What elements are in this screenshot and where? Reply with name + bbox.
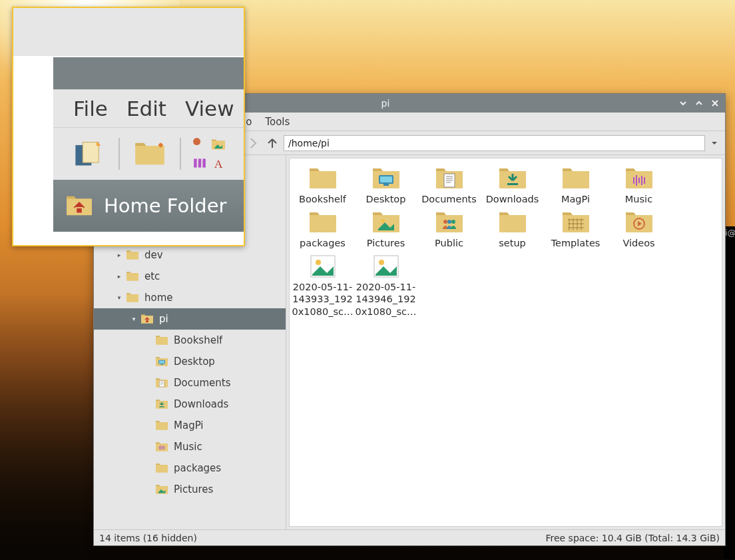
grid-item[interactable]: Music [607, 165, 670, 205]
status-bar: 14 items (16 hidden) Free space: 10.4 Gi… [94, 529, 725, 545]
downloads-icon [496, 165, 529, 192]
tree-row[interactable]: ▾pi [94, 308, 286, 330]
zoom-view-compact-button[interactable] [192, 155, 208, 171]
tree-row-label: Music [174, 441, 202, 453]
address-bar[interactable]: /home/pi [284, 135, 705, 151]
folder-icon [559, 165, 593, 192]
svg-point-43 [193, 138, 200, 145]
zoom-menu-edit[interactable]: Edit [126, 97, 166, 121]
tree-row[interactable]: Downloads [94, 394, 286, 415]
grid-item-label: 2020-05-11-143946_1920x1080_sc… [354, 281, 417, 317]
tree-expander-icon[interactable]: ▾ [114, 294, 124, 301]
tree-row-label: pi [159, 313, 168, 325]
svg-text:A: A [214, 157, 223, 170]
grid-item[interactable]: packages [291, 209, 354, 249]
zoom-new-tab-button[interactable] [69, 135, 108, 173]
tree-row[interactable]: Desktop [94, 351, 286, 372]
tree-row-label: MagPi [174, 420, 204, 431]
folder-icon [124, 291, 140, 304]
downloads-icon [154, 398, 170, 411]
icon-grid: BookshelfDesktopDocumentsDownloadsMagPiM… [291, 164, 720, 320]
tree-row[interactable]: Documents [94, 372, 286, 394]
tree-expander-icon[interactable]: ▸ [114, 273, 124, 280]
new-folder-icon [134, 139, 166, 168]
tree-expander-icon[interactable]: ▸ [114, 252, 124, 258]
grid-icon [192, 137, 207, 152]
tree-row-label: Desktop [174, 356, 215, 368]
grid-item[interactable]: 2020-05-11-143933_1920x1080_sc… [291, 253, 354, 317]
grid-item[interactable]: setup [481, 209, 544, 249]
toolbar-forward-button[interactable] [244, 135, 261, 152]
zoom-view-detail-button[interactable]: A [210, 155, 226, 171]
image-icon [306, 253, 340, 280]
tree-row[interactable]: MagPi [94, 415, 286, 436]
window-close-button[interactable] [709, 97, 721, 109]
pictures-icon [154, 483, 170, 496]
folder-icon [124, 248, 140, 262]
tree-row-label: Downloads [174, 398, 228, 410]
zoom-home-folder-row[interactable]: Home Folder [53, 180, 244, 232]
zoom-view-thumbnails-button[interactable] [210, 137, 226, 152]
toolbar-up-button[interactable] [264, 135, 281, 152]
main-icon-view[interactable]: BookshelfDesktopDocumentsDownloadsMagPiM… [289, 158, 722, 527]
tree-row[interactable]: ▾home [94, 287, 286, 308]
folder-icon [496, 209, 529, 236]
window-minimize-button[interactable] [677, 97, 689, 109]
grid-item-label: Downloads [481, 193, 544, 205]
grid-item-label: Music [607, 193, 670, 205]
grid-item[interactable]: Desktop [354, 165, 417, 205]
tree-row-label: home [144, 292, 173, 304]
tree-row[interactable]: ▸dev [94, 244, 286, 266]
music-icon [622, 165, 656, 192]
tree-row[interactable]: packages [94, 457, 286, 479]
grid-item[interactable]: Downloads [481, 165, 544, 205]
menu-tools[interactable]: Tools [258, 115, 296, 129]
tree-row-label: packages [174, 462, 221, 474]
text-icon: A [211, 156, 226, 170]
grid-item[interactable]: 2020-05-11-143946_1920x1080_sc… [354, 253, 417, 317]
grid-item[interactable]: Videos [607, 209, 670, 249]
tree-row[interactable]: Music [94, 436, 286, 457]
zoom-menu-view[interactable]: View [185, 97, 234, 121]
grid-item-label: Bookshelf [291, 193, 354, 205]
zoom-new-folder-button[interactable] [130, 135, 169, 173]
tree-row[interactable]: ▸etc [94, 266, 286, 287]
zoom-toolbar-separator [119, 138, 120, 170]
zoom-toolbar: A [53, 128, 244, 180]
grid-item[interactable]: MagPi [544, 165, 607, 205]
grid-item-label: Pictures [354, 237, 417, 249]
chevron-down-icon [679, 99, 687, 107]
grid-item[interactable]: Bookshelf [291, 165, 354, 205]
grid-item-label: packages [291, 237, 354, 249]
zoom-menu-file[interactable]: File [73, 97, 108, 121]
pictures-icon [369, 209, 403, 236]
zoom-bottom-pad [53, 232, 244, 245]
new-tab-icon [73, 139, 105, 168]
tree-expander-icon[interactable]: ▾ [128, 316, 139, 322]
zoom-background-pad [13, 8, 244, 56]
svg-rect-46 [202, 158, 205, 167]
address-bar-text: /home/pi [288, 138, 330, 148]
zoom-menubar: File Edit View [53, 89, 244, 128]
window-maximize-button[interactable] [693, 97, 705, 109]
grid-item[interactable]: Templates [544, 209, 607, 249]
caret-down-icon [710, 139, 718, 147]
status-right: Free space: 10.4 GiB (Total: 14.3 GiB) [545, 533, 720, 543]
zoom-view-icons-button[interactable] [192, 137, 208, 152]
tree-row[interactable]: Bookshelf [94, 330, 286, 351]
folder-icon [154, 419, 170, 432]
grid-item[interactable]: Pictures [354, 209, 417, 249]
grid-item[interactable]: Documents [417, 165, 481, 205]
arrow-right-icon [246, 137, 259, 150]
close-icon [711, 99, 719, 107]
desktop-icon [154, 355, 170, 368]
grid-item-label: MagPi [544, 193, 607, 205]
grid-item-label: 2020-05-11-143933_1920x1080_sc… [291, 281, 354, 317]
tree-row[interactable]: Pictures [94, 479, 286, 500]
bars-icon [192, 156, 207, 170]
zoom-titlebar-slice [53, 57, 244, 89]
pictures-icon [211, 137, 226, 152]
folder-icon [306, 209, 340, 236]
address-bar-dropdown[interactable] [708, 135, 721, 151]
grid-item[interactable]: Public [417, 209, 481, 249]
